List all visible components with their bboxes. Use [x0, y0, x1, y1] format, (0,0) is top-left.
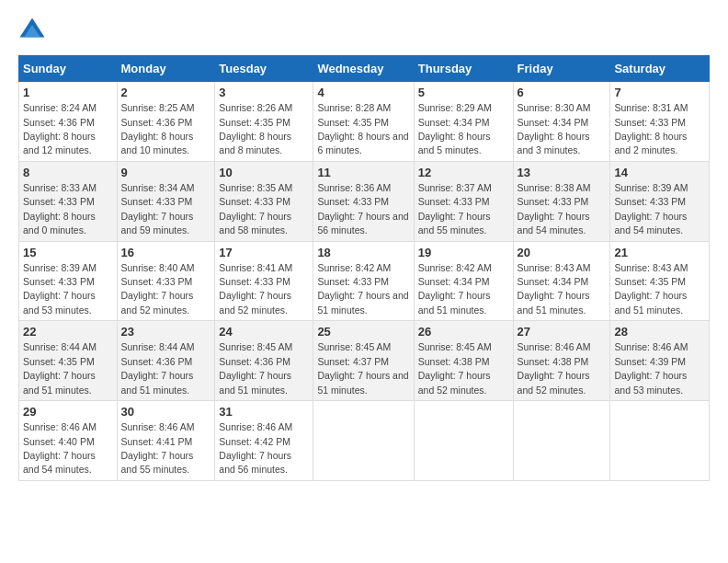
daylight: Daylight: 7 hours and 51 minutes.	[317, 290, 408, 315]
sunset: Sunset: 4:35 PM	[317, 117, 389, 128]
day-number: 15	[23, 245, 113, 261]
day-number: 17	[219, 245, 309, 261]
sunrise: Sunrise: 8:44 AM	[121, 341, 195, 352]
daylight: Daylight: 7 hours and 51 minutes.	[121, 370, 194, 395]
daylight: Daylight: 7 hours and 52 minutes.	[418, 370, 491, 395]
day-number: 18	[317, 245, 409, 261]
day-number: 22	[23, 324, 113, 340]
calendar-cell	[513, 401, 610, 481]
calendar-cell: 13Sunrise: 8:38 AMSunset: 4:33 PMDayligh…	[513, 161, 610, 241]
sunrise: Sunrise: 8:33 AM	[23, 182, 97, 193]
header-cell-wednesday: Wednesday	[313, 56, 414, 82]
day-number: 21	[614, 245, 705, 261]
calendar-cell: 26Sunrise: 8:45 AMSunset: 4:38 PMDayligh…	[414, 321, 513, 401]
sunrise: Sunrise: 8:46 AM	[518, 341, 591, 352]
day-number: 29	[23, 404, 113, 420]
header-cell-tuesday: Tuesday	[215, 56, 313, 82]
day-number: 5	[418, 85, 509, 101]
day-number: 6	[518, 85, 607, 101]
sunset: Sunset: 4:36 PM	[121, 117, 193, 128]
header-cell-saturday: Saturday	[610, 56, 710, 82]
calendar-cell	[610, 401, 710, 481]
day-number: 14	[614, 165, 705, 181]
daylight: Daylight: 7 hours and 52 minutes.	[121, 290, 194, 315]
daylight: Daylight: 7 hours and 54 minutes.	[614, 211, 687, 236]
sunset: Sunset: 4:36 PM	[23, 117, 95, 128]
day-number: 3	[219, 85, 309, 101]
sunrise: Sunrise: 8:30 AM	[518, 102, 591, 113]
sunrise: Sunrise: 8:46 AM	[219, 421, 292, 432]
calendar-cell: 8Sunrise: 8:33 AMSunset: 4:33 PMDaylight…	[19, 161, 118, 241]
sunset: Sunset: 4:33 PM	[418, 196, 490, 207]
calendar-cell: 10Sunrise: 8:35 AMSunset: 4:33 PMDayligh…	[215, 161, 313, 241]
sunset: Sunset: 4:33 PM	[23, 276, 95, 287]
page: SundayMondayTuesdayWednesdayThursdayFrid…	[0, 0, 728, 490]
day-number: 20	[518, 245, 607, 261]
sunset: Sunset: 4:33 PM	[614, 117, 686, 128]
sunrise: Sunrise: 8:25 AM	[121, 102, 195, 113]
sunrise: Sunrise: 8:41 AM	[219, 262, 292, 273]
calendar-cell: 6Sunrise: 8:30 AMSunset: 4:34 PMDaylight…	[513, 82, 610, 162]
header-cell-friday: Friday	[513, 56, 610, 82]
sunset: Sunset: 4:34 PM	[518, 117, 589, 128]
sunset: Sunset: 4:33 PM	[121, 196, 193, 207]
week-row-5: 29Sunrise: 8:46 AMSunset: 4:40 PMDayligh…	[19, 401, 710, 481]
day-number: 11	[317, 165, 409, 181]
calendar-cell: 18Sunrise: 8:42 AMSunset: 4:33 PMDayligh…	[313, 241, 414, 321]
sunrise: Sunrise: 8:43 AM	[614, 262, 688, 273]
header-cell-thursday: Thursday	[414, 56, 513, 82]
daylight: Daylight: 8 hours and 10 minutes.	[121, 131, 194, 155]
sunset: Sunset: 4:33 PM	[614, 196, 686, 207]
day-number: 19	[418, 245, 509, 261]
sunset: Sunset: 4:40 PM	[23, 436, 95, 447]
daylight: Daylight: 7 hours and 58 minutes.	[219, 211, 291, 236]
calendar-cell: 30Sunrise: 8:46 AMSunset: 4:41 PMDayligh…	[117, 401, 215, 481]
day-number: 24	[219, 324, 309, 340]
sunrise: Sunrise: 8:24 AM	[23, 102, 97, 113]
sunset: Sunset: 4:34 PM	[518, 276, 589, 287]
sunset: Sunset: 4:36 PM	[121, 356, 193, 367]
calendar-cell: 28Sunrise: 8:46 AMSunset: 4:39 PMDayligh…	[610, 321, 710, 401]
sunset: Sunset: 4:35 PM	[614, 276, 686, 287]
sunset: Sunset: 4:41 PM	[121, 436, 193, 447]
daylight: Daylight: 7 hours and 55 minutes.	[418, 211, 491, 236]
daylight: Daylight: 7 hours and 51 minutes.	[23, 370, 96, 395]
sunset: Sunset: 4:33 PM	[219, 276, 290, 287]
daylight: Daylight: 8 hours and 8 minutes.	[219, 131, 291, 155]
daylight: Daylight: 7 hours and 59 minutes.	[121, 211, 194, 236]
sunrise: Sunrise: 8:35 AM	[219, 182, 292, 193]
calendar-cell: 20Sunrise: 8:43 AMSunset: 4:34 PMDayligh…	[513, 241, 610, 321]
daylight: Daylight: 8 hours and 3 minutes.	[518, 131, 590, 155]
sunrise: Sunrise: 8:42 AM	[317, 262, 391, 273]
daylight: Daylight: 8 hours and 2 minutes.	[614, 131, 687, 155]
sunrise: Sunrise: 8:38 AM	[518, 182, 591, 193]
logo-icon	[18, 17, 46, 44]
daylight: Daylight: 7 hours and 52 minutes.	[518, 370, 590, 395]
calendar-cell: 22Sunrise: 8:44 AMSunset: 4:35 PMDayligh…	[19, 321, 118, 401]
calendar-cell: 4Sunrise: 8:28 AMSunset: 4:35 PMDaylight…	[313, 82, 414, 162]
sunrise: Sunrise: 8:46 AM	[23, 421, 97, 432]
day-number: 7	[614, 85, 705, 101]
sunset: Sunset: 4:37 PM	[317, 356, 389, 367]
calendar-cell: 16Sunrise: 8:40 AMSunset: 4:33 PMDayligh…	[117, 241, 215, 321]
day-number: 27	[518, 324, 607, 340]
daylight: Daylight: 7 hours and 54 minutes.	[518, 211, 590, 236]
day-number: 28	[614, 324, 705, 340]
daylight: Daylight: 8 hours and 6 minutes.	[317, 131, 408, 155]
sunrise: Sunrise: 8:37 AM	[418, 182, 492, 193]
daylight: Daylight: 7 hours and 53 minutes.	[23, 290, 96, 315]
daylight: Daylight: 8 hours and 0 minutes.	[23, 211, 96, 236]
sunset: Sunset: 4:34 PM	[418, 276, 490, 287]
daylight: Daylight: 7 hours and 54 minutes.	[23, 450, 96, 475]
week-row-2: 8Sunrise: 8:33 AMSunset: 4:33 PMDaylight…	[19, 161, 710, 241]
sunrise: Sunrise: 8:28 AM	[317, 102, 391, 113]
day-number: 2	[121, 85, 211, 101]
daylight: Daylight: 7 hours and 51 minutes.	[418, 290, 491, 315]
sunset: Sunset: 4:38 PM	[418, 356, 490, 367]
sunrise: Sunrise: 8:45 AM	[219, 341, 292, 352]
calendar-cell: 1Sunrise: 8:24 AMSunset: 4:36 PMDaylight…	[19, 82, 118, 162]
calendar-cell: 12Sunrise: 8:37 AMSunset: 4:33 PMDayligh…	[414, 161, 513, 241]
calendar-cell: 9Sunrise: 8:34 AMSunset: 4:33 PMDaylight…	[117, 161, 215, 241]
day-number: 12	[418, 165, 509, 181]
day-number: 4	[317, 85, 409, 101]
